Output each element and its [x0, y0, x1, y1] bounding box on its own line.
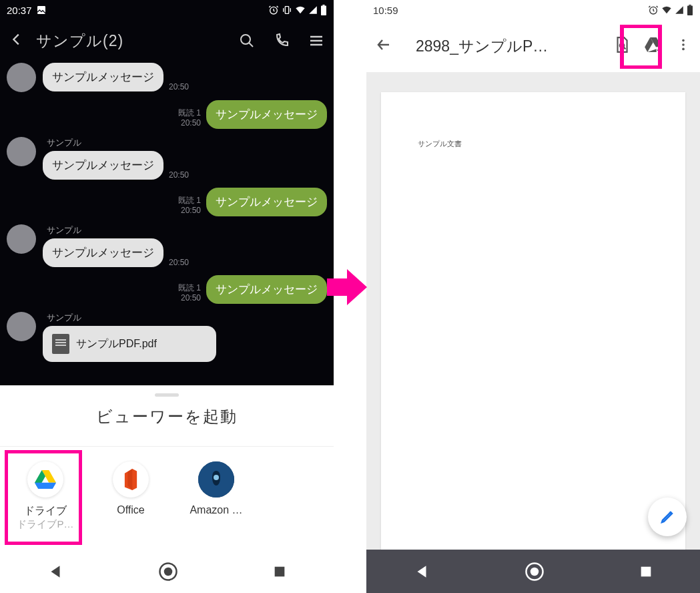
svg-rect-0: [37, 6, 45, 14]
nav-home-icon[interactable]: [158, 562, 178, 582]
nav-back-icon[interactable]: [47, 563, 64, 580]
message-bubble[interactable]: サンプルメッセージ: [206, 275, 327, 304]
status-time: 20:37: [7, 5, 32, 16]
message-row: 既読 1 20:50 サンプルメッセージ: [0, 188, 334, 216]
document-title: 2898_サンプルP…: [400, 36, 605, 57]
document-text: サンプル文書: [418, 139, 649, 149]
svg-rect-13: [689, 5, 691, 6]
right-phone-screen: 10:59 2898_サンプルP… サンプル文書: [366, 0, 700, 593]
app-office[interactable]: Office: [92, 461, 169, 531]
nav-home-icon[interactable]: [524, 562, 545, 582]
file-icon: [52, 334, 69, 354]
svg-point-5: [241, 35, 250, 44]
nav-recent-icon[interactable]: [639, 564, 653, 579]
avatar[interactable]: [7, 312, 36, 341]
message-bubble[interactable]: サンプルメッセージ: [43, 63, 163, 91]
read-status: 既読 1: [178, 283, 201, 294]
read-status: 既読 1: [178, 196, 201, 206]
wifi-icon: [661, 5, 672, 15]
app-amazon[interactable]: Amazon …: [178, 461, 255, 531]
avatar[interactable]: [7, 63, 36, 92]
message-row: 既読 1 20:50 サンプルメッセージ: [0, 100, 334, 129]
svg-rect-3: [321, 6, 326, 15]
nav-back-icon[interactable]: [413, 563, 430, 580]
svg-point-16: [682, 39, 685, 42]
sender-name: サンプル: [47, 312, 216, 324]
svg-rect-4: [322, 5, 324, 6]
navigation-bar: [366, 550, 700, 593]
nav-recent-icon[interactable]: [272, 564, 287, 579]
message-bubble[interactable]: サンプルメッセージ: [43, 151, 163, 180]
app-label: Office: [92, 504, 169, 516]
app-label: Amazon …: [178, 504, 255, 516]
alarm-icon: [268, 5, 279, 15]
left-phone-screen: 20:37 サンプル(2) サンプルメ: [0, 0, 334, 593]
edit-fab[interactable]: [648, 498, 687, 536]
document-page[interactable]: サンプル文書: [381, 92, 685, 553]
highlight-annotation: [5, 450, 82, 545]
navigation-bar: [0, 550, 334, 593]
battery-icon: [687, 5, 693, 15]
status-bar: 20:37: [0, 0, 334, 20]
svg-rect-10: [274, 566, 284, 576]
chat-header: サンプル(2): [0, 20, 334, 61]
message-row: 既読 1 20:50 サンプルメッセージ: [0, 275, 334, 304]
avatar[interactable]: [7, 137, 36, 166]
sender-name: サンプル: [47, 224, 189, 236]
phone-icon[interactable]: [274, 33, 290, 49]
message-bubble[interactable]: サンプルメッセージ: [206, 100, 327, 129]
sheet-title: ビューワーを起動: [0, 406, 334, 447]
image-icon: [36, 5, 47, 15]
highlight-annotation-drive: [621, 25, 662, 69]
timestamp: 20:50: [169, 82, 189, 91]
signal-icon: [675, 5, 684, 15]
timestamp: 20:50: [169, 170, 189, 180]
svg-point-7: [214, 475, 219, 480]
sheet-handle[interactable]: [155, 393, 179, 397]
wifi-icon: [295, 5, 306, 15]
search-icon[interactable]: [239, 33, 255, 49]
chat-title: サンプル(2): [36, 31, 239, 51]
svg-rect-2: [285, 7, 288, 14]
read-status: 既読 1: [178, 108, 201, 119]
back-icon[interactable]: [376, 37, 392, 55]
office-icon: [113, 461, 149, 498]
timestamp: 20:50: [178, 293, 201, 304]
signal-icon: [308, 5, 318, 15]
svg-point-9: [164, 567, 173, 576]
back-icon[interactable]: [9, 30, 24, 51]
message-bubble[interactable]: サンプルメッセージ: [43, 238, 163, 267]
timestamp: 20:50: [178, 118, 201, 129]
svg-point-20: [531, 567, 539, 576]
battery-icon: [320, 5, 327, 15]
timestamp: 20:50: [178, 206, 201, 216]
vibrate-icon: [282, 5, 292, 15]
svg-rect-21: [641, 566, 651, 576]
svg-point-17: [682, 43, 685, 46]
transition-arrow: [324, 264, 370, 313]
status-bar: 10:59: [366, 0, 700, 20]
more-icon[interactable]: [676, 37, 691, 55]
svg-rect-12: [687, 6, 693, 15]
message-bubble[interactable]: サンプルメッセージ: [206, 188, 327, 216]
amazon-icon: [198, 461, 234, 498]
file-name: サンプルPDF.pdf: [76, 337, 157, 351]
file-attachment[interactable]: サンプルPDF.pdf: [43, 326, 216, 362]
alarm-icon: [648, 5, 659, 15]
sender-name: サンプル: [47, 137, 189, 149]
avatar[interactable]: [7, 224, 36, 254]
status-time: 10:59: [373, 5, 398, 16]
pencil-icon: [659, 509, 675, 525]
menu-icon[interactable]: [308, 33, 324, 49]
svg-point-18: [682, 48, 685, 51]
timestamp: 20:50: [169, 258, 189, 267]
